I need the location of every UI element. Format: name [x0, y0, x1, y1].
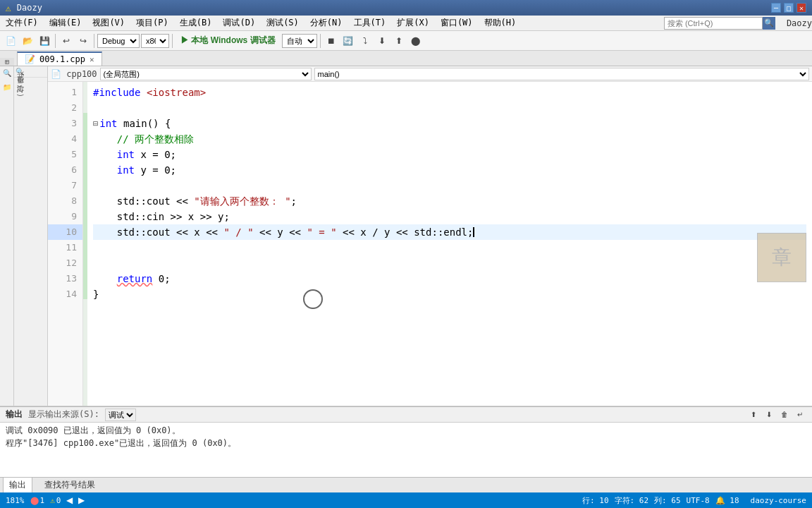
minimize-button[interactable]: ─ [771, 3, 781, 13]
btab-find-symbol[interactable]: 查找符号结果 [38, 477, 102, 493]
output-wrap-button[interactable]: ↵ [794, 409, 806, 421]
left-panel: 🔍 📁 [0, 66, 14, 406]
code-line-4: // 两个整数相除 [93, 131, 806, 147]
btn-breakpoint[interactable]: ⬤ [408, 33, 424, 49]
menu-help[interactable]: 帮助(H) [479, 16, 522, 30]
search-button[interactable]: 🔍 [763, 17, 775, 30]
code-line-12 [93, 255, 806, 271]
separator-3 [172, 34, 173, 48]
zoom-level: 181% [6, 496, 25, 505]
arch-select[interactable]: x86 [141, 34, 169, 48]
close-button[interactable]: ✕ [796, 3, 806, 13]
line-num-5: 5 [48, 147, 82, 162]
text-cursor [473, 227, 474, 237]
warning-icon: ⚠ [6, 3, 11, 13]
output-source-select[interactable]: 调试 [105, 409, 136, 421]
nav-prev-button[interactable]: ◀ [66, 495, 73, 505]
line-num-12: 12 [48, 255, 82, 271]
menu-window[interactable]: 窗口(W) [435, 16, 479, 30]
new-file-button[interactable]: 📄 [3, 33, 18, 49]
output-clear-button[interactable]: 🗑 [778, 409, 791, 421]
line-num-8: 8 [48, 193, 82, 209]
line-num-1: 1 [48, 85, 82, 100]
line-num-7: 7 [48, 178, 82, 193]
code-line-13: return 0; [93, 271, 806, 286]
redo-button[interactable]: ↪ [75, 33, 91, 49]
code-line-11 [93, 240, 806, 255]
breadcrumb-bar: 📄 cpp100 (全局范围) main() [48, 66, 812, 82]
titlebar-left: ⚠ Daozy [6, 3, 42, 13]
breadcrumb-cpp100: 📄 cpp100 [51, 69, 97, 79]
menu-project[interactable]: 项目(P) [130, 16, 174, 30]
code-content[interactable]: #include <iostream> ⊟ int main() { [87, 82, 812, 406]
panel-icon-files[interactable]: 📁 [1, 83, 13, 95]
auto-select[interactable]: 自动 [282, 34, 317, 48]
scope-select-right[interactable]: main() [314, 68, 809, 80]
line-num-10: 10 [48, 224, 82, 240]
line-num-13: 13 [48, 271, 82, 286]
output-toolbar: 输出 显示输出来源(S): 调试 ⬆ ⬇ 🗑 ↵ [0, 407, 812, 423]
editor-wrapper: 📄 cpp100 (全局范围) main() 1 2 3 4 5 6 [48, 66, 812, 406]
sidebar-search[interactable]: 🔍 [16, 68, 46, 75]
search-input[interactable] [664, 17, 763, 30]
content-area: 🔍 📁 🔍 项(2个项目)共 📄 cpp100 (全局范围) [0, 66, 812, 406]
output-btn-1[interactable]: ⬆ [747, 409, 760, 421]
output-source-label: 显示输出来源(S): [28, 409, 99, 421]
panel-icon-search[interactable]: 🔍 [1, 69, 13, 80]
menu-test[interactable]: 测试(S) [261, 16, 304, 30]
scope-select-mid[interactable]: (全局范围) [100, 68, 312, 80]
notification-bell: 🔔 18 [715, 496, 739, 505]
output-title: 输出 [6, 409, 23, 421]
menu-analyze[interactable]: 分析(N) [304, 16, 348, 30]
maximize-button[interactable]: □ [784, 3, 794, 13]
titlebar-controls: ─ □ ✕ [771, 3, 806, 13]
menu-tools[interactable]: 工具(T) [348, 16, 392, 30]
btn-restart[interactable]: 🔄 [340, 33, 356, 49]
btn-step-out[interactable]: ⬆ [391, 33, 407, 49]
sidebar-label-1: 项(2个项目)共 [14, 83, 47, 99]
collapse-icon[interactable]: ⊟ [93, 116, 98, 131]
menu-edit[interactable]: 编辑(E) [44, 16, 87, 30]
btn-step-over[interactable]: ⤵ [357, 33, 373, 49]
row-indicator: 行: 10 [582, 495, 609, 506]
code-editor[interactable]: 1 2 3 4 5 6 7 8 9 10 11 12 13 14 [48, 82, 812, 406]
btn-step-in[interactable]: ⬇ [374, 33, 390, 49]
output-toolbar-buttons: ⬆ ⬇ 🗑 ↵ [747, 409, 806, 421]
menu-view[interactable]: 视图(V) [87, 16, 130, 30]
watermark-stamp: 章 [757, 233, 806, 282]
separator-4 [320, 34, 321, 48]
nav-next-button[interactable]: ▶ [78, 495, 85, 505]
menubar: 文件(F) 编辑(E) 视图(V) 项目(P) 生成(B) 调试(D) 测试(S… [0, 16, 812, 31]
output-btn-2[interactable]: ⬇ [763, 409, 775, 421]
separator-1 [55, 34, 56, 48]
open-button[interactable]: 📂 [20, 33, 35, 49]
output-panel: 输出 显示输出来源(S): 调试 ⬆ ⬇ 🗑 ↵ 调试 0x0090 已退出，返… [0, 406, 812, 492]
warning-count: ⚠ 0 [50, 496, 61, 505]
daozy-brand: Daozy [787, 18, 812, 28]
app-title: Daozy [17, 3, 42, 13]
error-count: ⬤ 1 [30, 496, 45, 505]
solution-explorer-toggle[interactable]: ⊞ [0, 58, 14, 66]
tab-close-button[interactable]: ✕ [90, 55, 94, 64]
menu-build[interactable]: 生成(B) [174, 16, 218, 30]
save-button[interactable]: 💾 [37, 33, 52, 49]
menu-file[interactable]: 文件(F) [0, 16, 44, 30]
encoding-indicator: UTF-8 [687, 496, 710, 505]
line-num-11: 11 [48, 240, 82, 255]
btab-output[interactable]: 输出 [3, 477, 32, 493]
run-button[interactable]: ▶ 本地 Windows 调试器 [176, 33, 281, 49]
line-num-14: 14 [48, 286, 82, 302]
btn-stop[interactable]: ⏹ [324, 33, 339, 49]
statusbar-right: 行: 10 字符: 62 列: 65 UTF-8 🔔 18 daozy-cour… [582, 495, 806, 506]
toolbar: 📄 📂 💾 ↩ ↪ Debug x86 ▶ 本地 Windows 调试器 自动 … [0, 31, 812, 51]
code-line-7 [93, 178, 806, 193]
code-line-10: std::cout << x << " / " << y << " = " <<… [93, 224, 806, 240]
brand-label: daozy-course [751, 496, 806, 505]
menu-debug[interactable]: 调试(D) [217, 16, 261, 30]
line-num-2: 2 [48, 100, 82, 116]
debug-mode-select[interactable]: Debug [97, 34, 140, 48]
undo-button[interactable]: ↩ [59, 33, 74, 49]
menu-extensions[interactable]: 扩展(X) [391, 16, 435, 30]
code-line-6: int y = 0; [93, 162, 806, 178]
tab-file-active[interactable]: 📝 009.1.cpp ✕ [17, 52, 102, 66]
